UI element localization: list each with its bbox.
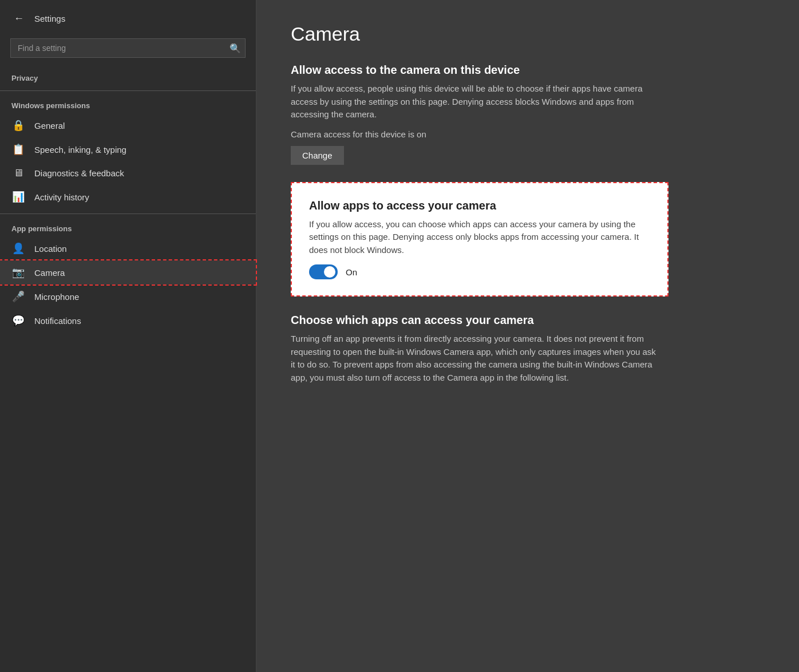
toggle-label: On bbox=[346, 267, 357, 277]
section-label-windows: Windows permissions bbox=[0, 96, 256, 113]
device-access-desc: If you allow access, people using this d… bbox=[291, 82, 657, 121]
device-access-status: Camera access for this device is on bbox=[291, 129, 765, 139]
device-access-heading: Allow access to the camera on this devic… bbox=[291, 64, 765, 77]
notifications-icon: 💬 bbox=[11, 314, 25, 327]
app-title: Settings bbox=[34, 14, 65, 23]
sidebar-item-general-label: General bbox=[34, 121, 65, 131]
sidebar: ← Settings 🔍 Privacy Windows permissions… bbox=[0, 0, 256, 672]
lock-icon: 🔒 bbox=[11, 119, 25, 132]
sidebar-header: ← Settings bbox=[0, 0, 256, 35]
back-button[interactable]: ← bbox=[11, 10, 26, 27]
clipboard-icon: 📋 bbox=[11, 143, 25, 156]
section-label-privacy: Privacy bbox=[0, 68, 256, 86]
sidebar-item-general[interactable]: 🔒 General bbox=[0, 113, 256, 137]
sidebar-item-microphone-label: Microphone bbox=[34, 292, 79, 302]
sidebar-item-activity-label: Activity history bbox=[34, 192, 89, 202]
monitor-icon: 🖥 bbox=[11, 167, 25, 179]
app-access-box: Allow apps to access your camera If you … bbox=[291, 182, 669, 297]
sidebar-item-diagnostics-label: Diagnostics & feedback bbox=[34, 168, 124, 178]
sidebar-item-microphone[interactable]: 🎤 Microphone bbox=[0, 284, 256, 309]
app-access-toggle[interactable] bbox=[309, 264, 338, 279]
chart-icon: 📊 bbox=[11, 191, 25, 203]
sidebar-item-activity[interactable]: 📊 Activity history bbox=[0, 185, 256, 209]
choose-apps-heading: Choose which apps can access your camera bbox=[291, 314, 765, 327]
toggle-row: On bbox=[309, 264, 650, 279]
sidebar-item-diagnostics[interactable]: 🖥 Diagnostics & feedback bbox=[0, 161, 256, 185]
camera-icon: 📷 bbox=[11, 266, 25, 279]
search-box: 🔍 bbox=[10, 38, 246, 58]
toggle-knob bbox=[324, 266, 335, 278]
sidebar-item-location-label: Location bbox=[34, 244, 67, 254]
sidebar-item-camera-label: Camera bbox=[34, 268, 65, 278]
section-label-app: App permissions bbox=[0, 219, 256, 236]
search-input[interactable] bbox=[10, 38, 246, 58]
app-access-desc: If you allow access, you can choose whic… bbox=[309, 218, 650, 257]
main-content: Camera Allow access to the camera on thi… bbox=[256, 0, 799, 672]
sidebar-item-notifications[interactable]: 💬 Notifications bbox=[0, 309, 256, 333]
sidebar-item-camera[interactable]: 📷 Camera bbox=[0, 260, 256, 284]
app-access-heading: Allow apps to access your camera bbox=[309, 199, 650, 212]
sidebar-item-notifications-label: Notifications bbox=[34, 316, 81, 326]
microphone-icon: 🎤 bbox=[11, 290, 25, 303]
page-title: Camera bbox=[291, 23, 765, 45]
choose-apps-desc: Turning off an app prevents it from dire… bbox=[291, 333, 657, 384]
search-icon[interactable]: 🔍 bbox=[230, 43, 241, 54]
location-icon: 👤 bbox=[11, 242, 25, 255]
sidebar-item-speech-label: Speech, inking, & typing bbox=[34, 145, 126, 155]
sidebar-item-location[interactable]: 👤 Location bbox=[0, 236, 256, 260]
sidebar-item-speech[interactable]: 📋 Speech, inking, & typing bbox=[0, 137, 256, 161]
divider-privacy bbox=[0, 90, 256, 91]
change-button[interactable]: Change bbox=[291, 146, 344, 165]
divider-app bbox=[0, 214, 256, 214]
